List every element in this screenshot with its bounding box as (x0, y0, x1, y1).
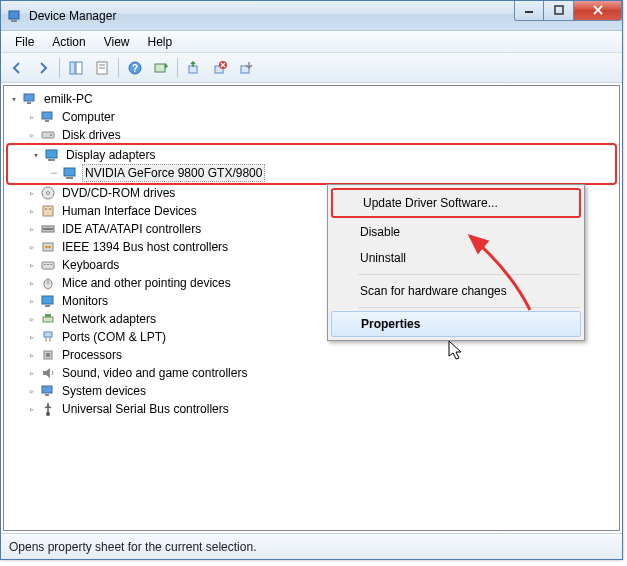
menu-file[interactable]: File (7, 33, 42, 51)
expander-icon[interactable] (24, 221, 40, 237)
forward-button[interactable] (31, 56, 55, 80)
expander-icon[interactable] (28, 147, 44, 163)
help-button[interactable]: ? (123, 56, 147, 80)
ctx-separator (358, 274, 580, 275)
properties-button[interactable] (90, 56, 114, 80)
expander-icon[interactable] (24, 239, 40, 255)
uninstall-button[interactable] (208, 56, 232, 80)
svg-rect-48 (45, 394, 49, 396)
menu-view[interactable]: View (96, 33, 138, 51)
expander-icon[interactable] (24, 127, 40, 143)
svg-rect-42 (43, 317, 53, 322)
tree-category[interactable]: Disk drives (6, 126, 617, 144)
expander-icon[interactable] (24, 109, 40, 125)
expander-icon[interactable] (24, 293, 40, 309)
ctx-scan[interactable]: Scan for hardware changes (330, 278, 582, 304)
app-icon (7, 8, 23, 24)
ieee1394-icon (40, 239, 56, 255)
svg-rect-25 (66, 177, 73, 179)
expander-icon[interactable] (24, 185, 40, 201)
ctx-update-driver[interactable]: Update Driver Software... (331, 188, 581, 218)
back-button[interactable] (5, 56, 29, 80)
expander-icon[interactable] (24, 401, 40, 417)
toolbar-separator (59, 58, 60, 78)
update-driver-button[interactable] (182, 56, 206, 80)
tree-category[interactable]: Computer (6, 108, 617, 126)
scan-hardware-button[interactable] (149, 56, 173, 80)
svg-rect-19 (45, 120, 49, 122)
svg-rect-44 (44, 332, 52, 337)
tree-device-nvidia[interactable]: ⋯ NVIDIA GeForce 9800 GTX/9800 (10, 164, 613, 182)
category-label: Network adapters (60, 311, 158, 327)
ctx-uninstall[interactable]: Uninstall (330, 245, 582, 271)
toolbar: ? (1, 53, 622, 83)
maximize-button[interactable] (544, 1, 574, 21)
svg-rect-11 (155, 64, 165, 72)
category-label: Display adapters (64, 147, 157, 163)
svg-rect-47 (42, 386, 52, 393)
ctx-separator (358, 307, 580, 308)
svg-point-27 (47, 192, 50, 195)
monitor-icon (40, 293, 56, 309)
disable-button[interactable] (234, 56, 258, 80)
root-node[interactable]: emilk-PC (6, 90, 617, 108)
svg-rect-23 (48, 159, 55, 161)
expander-icon[interactable] (24, 383, 40, 399)
svg-rect-46 (46, 353, 50, 357)
svg-point-29 (45, 208, 47, 210)
svg-rect-1 (11, 20, 17, 22)
svg-rect-2 (525, 11, 533, 13)
toolbar-separator (118, 58, 119, 78)
svg-rect-43 (45, 314, 51, 317)
svg-rect-4 (70, 62, 75, 74)
svg-rect-22 (46, 150, 57, 158)
tree-line: ⋯ (46, 165, 62, 181)
expander-icon[interactable] (24, 365, 40, 381)
svg-rect-41 (45, 305, 50, 307)
show-hide-tree-button[interactable] (64, 56, 88, 80)
svg-rect-3 (555, 6, 563, 14)
expander-icon[interactable] (24, 347, 40, 363)
highlight-annotation: Display adapters ⋯ NVIDIA GeForce 9800 G… (6, 143, 617, 185)
svg-rect-17 (27, 102, 31, 104)
window-title: Device Manager (29, 9, 514, 23)
context-menu: Update Driver Software... Disable Uninst… (327, 184, 585, 341)
tree-category[interactable]: System devices (6, 382, 617, 400)
processor-icon (40, 347, 56, 363)
minimize-button[interactable] (514, 1, 544, 21)
menu-help[interactable]: Help (140, 33, 181, 51)
svg-point-21 (50, 134, 52, 136)
expander-icon[interactable] (24, 257, 40, 273)
hid-icon (40, 203, 56, 219)
svg-rect-18 (42, 112, 52, 119)
category-label: Ports (COM & LPT) (60, 329, 168, 345)
expander-icon[interactable] (24, 329, 40, 345)
usb-icon (40, 401, 56, 417)
statusbar: Opens property sheet for the current sel… (1, 533, 622, 559)
device-label: NVIDIA GeForce 9800 GTX/9800 (82, 164, 265, 182)
close-button[interactable] (574, 1, 622, 21)
ctx-disable[interactable]: Disable (330, 219, 582, 245)
display-adapter-icon (44, 147, 60, 163)
tree-category[interactable]: Processors (6, 346, 617, 364)
svg-rect-24 (64, 168, 75, 176)
category-label: IEEE 1394 Bus host controllers (60, 239, 230, 255)
ctx-properties[interactable]: Properties (331, 311, 581, 337)
category-label: Universal Serial Bus controllers (60, 401, 231, 417)
tree-category[interactable]: Sound, video and game controllers (6, 364, 617, 382)
network-icon (40, 311, 56, 327)
titlebar: Device Manager (1, 1, 622, 31)
svg-rect-32 (43, 228, 53, 230)
expander-icon[interactable] (24, 311, 40, 327)
expander-icon[interactable] (24, 203, 40, 219)
category-label: Human Interface Devices (60, 203, 199, 219)
tree-category[interactable]: Universal Serial Bus controllers (6, 400, 617, 418)
menu-action[interactable]: Action (44, 33, 93, 51)
category-label: Sound, video and game controllers (60, 365, 249, 381)
mouse-icon (40, 275, 56, 291)
expander-icon[interactable] (6, 91, 22, 107)
tree-category-display-adapters[interactable]: Display adapters (10, 146, 613, 164)
svg-rect-28 (43, 206, 53, 216)
expander-icon[interactable] (24, 275, 40, 291)
svg-rect-0 (9, 11, 19, 19)
